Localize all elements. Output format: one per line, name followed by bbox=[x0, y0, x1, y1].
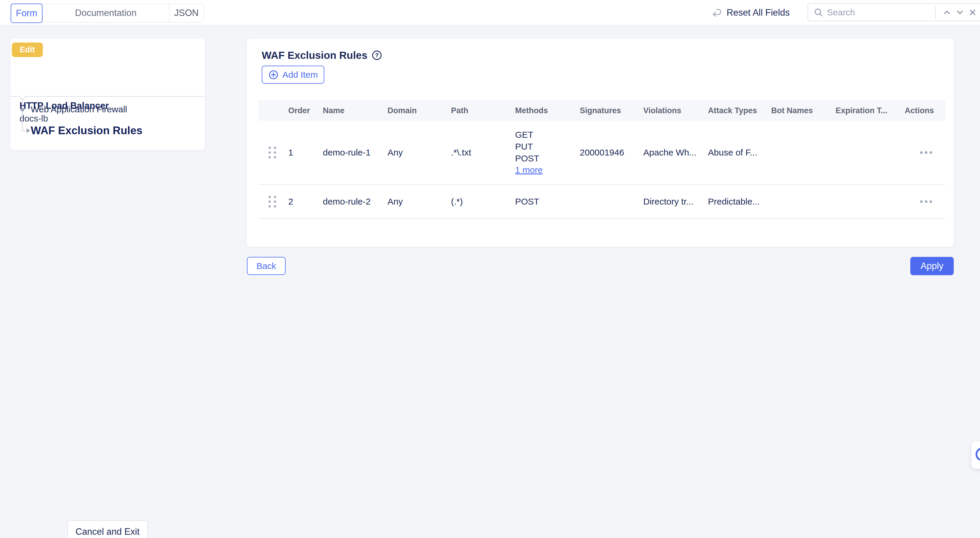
sidebar-divider bbox=[10, 96, 205, 97]
table-row: 1 demo-rule-1 Any .*\.txt GET PUT POST 1… bbox=[258, 121, 945, 185]
method-value: GET bbox=[515, 129, 542, 141]
cell-name: demo-rule-1 bbox=[323, 147, 371, 158]
tree-bullet-icon bbox=[21, 108, 24, 112]
column-header-signatures: Signatures bbox=[580, 106, 621, 115]
apply-button[interactable]: Apply bbox=[910, 257, 954, 275]
cancel-and-exit-button[interactable]: Cancel and Exit bbox=[67, 520, 148, 538]
tree-elbow-line bbox=[22, 130, 27, 131]
method-value: POST bbox=[515, 153, 542, 164]
object-summary-panel: Edit HTTP Load Balancer docs-lb Web Appl… bbox=[10, 39, 205, 150]
floating-help-button[interactable] bbox=[971, 441, 980, 469]
help-ring-icon bbox=[975, 447, 980, 461]
page-title: WAF Exclusion Rules bbox=[262, 49, 368, 61]
row-actions-menu-icon[interactable] bbox=[918, 198, 934, 205]
row-actions-menu-icon[interactable] bbox=[918, 149, 934, 156]
exclusion-rules-table: Order Name Domain Path Methods Signature… bbox=[258, 100, 945, 219]
waf-exclusion-rules-panel: WAF Exclusion Rules ? Add Item Order Nam… bbox=[247, 39, 954, 247]
add-item-label: Add Item bbox=[282, 70, 318, 80]
column-header-expiration: Expiration T... bbox=[835, 106, 888, 115]
search-icon bbox=[813, 7, 824, 18]
column-header-path: Path bbox=[451, 106, 468, 115]
tree-arrow-icon bbox=[27, 128, 30, 133]
top-toolbar: Form Documentation JSON Reset All Fields bbox=[0, 0, 980, 25]
search-close-icon[interactable] bbox=[966, 6, 979, 19]
table-header-row: Order Name Domain Path Methods Signature… bbox=[258, 100, 945, 121]
method-value: PUT bbox=[515, 141, 542, 153]
column-header-methods: Methods bbox=[515, 106, 548, 115]
column-header-order: Order bbox=[288, 106, 310, 115]
drag-handle-icon[interactable] bbox=[267, 145, 277, 160]
table-row: 2 demo-rule-2 Any (.*) POST Directory tr… bbox=[258, 185, 945, 219]
cell-domain: Any bbox=[388, 147, 403, 158]
view-mode-tabs: Form Documentation JSON bbox=[11, 3, 204, 22]
column-header-violations: Violations bbox=[643, 106, 681, 115]
cell-order: 1 bbox=[288, 147, 293, 158]
reset-all-fields-button[interactable]: Reset All Fields bbox=[711, 0, 790, 25]
cell-name: demo-rule-2 bbox=[323, 196, 371, 207]
sidebar-item-waf-exclusion-rules[interactable]: WAF Exclusion Rules bbox=[31, 125, 142, 137]
back-button[interactable]: Back bbox=[247, 257, 286, 275]
cell-violations: Directory tr... bbox=[643, 196, 694, 207]
collapse-chevron-icon bbox=[19, 96, 26, 100]
cell-methods: GET PUT POST 1 more bbox=[515, 129, 542, 175]
cell-order: 2 bbox=[288, 196, 293, 207]
column-header-attack-types: Attack Types bbox=[708, 106, 757, 115]
column-header-name: Name bbox=[323, 106, 345, 115]
search-box bbox=[808, 3, 980, 21]
tree-connector-line bbox=[22, 100, 23, 131]
search-input[interactable] bbox=[827, 7, 933, 18]
cell-attack-types: Predictable... bbox=[708, 196, 760, 207]
cell-path: (.*) bbox=[451, 196, 463, 207]
column-header-actions: Actions bbox=[905, 106, 934, 115]
tab-form[interactable]: Form bbox=[11, 3, 43, 23]
cell-signatures: 200001946 bbox=[580, 147, 624, 158]
cell-domain: Any bbox=[388, 196, 403, 207]
column-header-domain: Domain bbox=[388, 106, 417, 115]
search-divider bbox=[935, 6, 936, 19]
search-next-match-button[interactable] bbox=[953, 6, 966, 19]
cell-methods: POST bbox=[515, 196, 539, 207]
section-heading-row: WAF Exclusion Rules ? bbox=[262, 49, 382, 61]
help-icon[interactable]: ? bbox=[372, 51, 382, 60]
column-header-bot-names: Bot Names bbox=[771, 106, 813, 115]
tab-json[interactable]: JSON bbox=[169, 4, 204, 22]
plus-circle-icon bbox=[268, 69, 279, 80]
show-more-methods-link[interactable]: 1 more bbox=[515, 165, 542, 175]
sidebar-item-web-application-firewall[interactable]: Web Application Firewall bbox=[31, 104, 127, 114]
cell-violations: Apache Wh... bbox=[643, 147, 697, 158]
object-name: docs-lb bbox=[19, 113, 48, 124]
cell-attack-types: Abuse of F... bbox=[708, 147, 757, 158]
cell-path: .*\.txt bbox=[451, 147, 471, 158]
tab-documentation[interactable]: Documentation bbox=[43, 4, 169, 22]
reset-undo-icon bbox=[711, 7, 722, 18]
add-item-button[interactable]: Add Item bbox=[262, 65, 324, 84]
reset-all-fields-label: Reset All Fields bbox=[727, 7, 790, 18]
search-previous-match-button[interactable] bbox=[940, 6, 953, 19]
drag-handle-icon[interactable] bbox=[267, 195, 277, 209]
edit-mode-badge: Edit bbox=[12, 43, 43, 57]
